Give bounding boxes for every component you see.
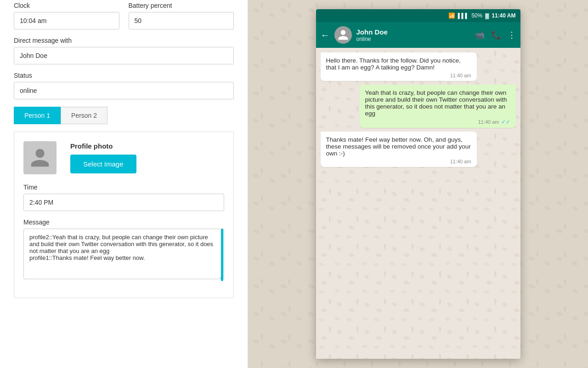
chat-header: ← John Doe online 📹 📞 ⋮	[316, 22, 520, 48]
clock-input[interactable]	[14, 12, 119, 29]
message-wrapper: profile2::Yeah that is crazy, but people…	[23, 229, 224, 281]
msg-time-2: 11:40 am	[478, 119, 499, 125]
status-input[interactable]	[14, 82, 234, 99]
profile-photo-label: Profile photo	[70, 142, 113, 150]
select-image-button[interactable]: Select Image	[70, 155, 136, 173]
person-tabs: Person 1 Person 2	[14, 107, 234, 124]
clock-label: Clock	[14, 2, 119, 9]
msg-bubble-sent-2: Yeah that is crazy, but people can chang…	[360, 85, 516, 128]
wifi-icon: 📶	[448, 12, 455, 19]
back-button[interactable]: ←	[321, 30, 330, 40]
chat-messages: Hello there. Thanks for the follow. Did …	[316, 48, 520, 359]
contact-status: online	[356, 36, 470, 42]
msg-text-3: Thanks mate! Feel way better now. Oh, an…	[326, 136, 471, 157]
msg-bubble-received-1: Hello there. Thanks for the follow. Did …	[321, 52, 477, 81]
direct-message-input[interactable]	[14, 47, 234, 64]
voice-call-icon[interactable]: 📞	[491, 30, 501, 40]
msg-meta-1: 11:40 am	[326, 73, 471, 78]
time-group: Time	[23, 184, 224, 211]
status-time: 11:40 AM	[492, 12, 515, 19]
battery-icon: ▓	[485, 13, 489, 18]
tab-person2[interactable]: Person 2	[61, 107, 107, 124]
message-2: Yeah that is crazy, but people can chang…	[360, 85, 516, 128]
msg-meta-3: 11:40 am	[326, 159, 471, 164]
time-label: Time	[23, 184, 224, 191]
contact-name: John Doe	[356, 28, 470, 36]
message-label: Message	[23, 218, 224, 226]
avatar	[23, 141, 57, 174]
right-panel: 📶 ▌▌▌ 50% ▓ 11:40 AM ← John Doe online 📹…	[248, 0, 588, 368]
left-panel: Clock Battery percent Direct message wit…	[0, 0, 248, 368]
msg-text-1: Hello there. Thanks for the follow. Did …	[326, 57, 461, 71]
contact-avatar-icon	[337, 29, 349, 41]
battery-input[interactable]	[129, 12, 234, 29]
message-3: Thanks mate! Feel way better now. Oh, an…	[321, 132, 477, 167]
msg-time-3: 11:40 am	[450, 159, 471, 164]
contact-avatar	[334, 26, 352, 44]
message-1: Hello there. Thanks for the follow. Did …	[321, 52, 477, 81]
profile-photo-section: Profile photo Select Image	[23, 141, 224, 174]
signal-icon: ▌▌▌	[458, 13, 469, 18]
msg-time-1: 11:40 am	[450, 73, 471, 78]
msg-bubble-received-3: Thanks mate! Feel way better now. Oh, an…	[321, 132, 477, 167]
status-bar: 📶 ▌▌▌ 50% ▓ 11:40 AM	[316, 9, 520, 22]
status-label: Status	[14, 72, 234, 79]
battery-label: Battery percent	[129, 2, 234, 9]
msg-ticks-2: ✓✓	[501, 119, 510, 125]
msg-meta-2: 11:40 am ✓✓	[365, 119, 510, 125]
profile-photo-right: Profile photo Select Image	[70, 142, 136, 173]
direct-message-label: Direct message with	[14, 37, 234, 44]
user-icon	[29, 147, 51, 169]
time-input[interactable]	[23, 194, 224, 211]
message-textarea[interactable]: profile2::Yeah that is crazy, but people…	[23, 229, 224, 279]
message-group: Message profile2::Yeah that is crazy, bu…	[23, 218, 224, 281]
tab-person1[interactable]: Person 1	[14, 107, 61, 124]
contact-info: John Doe online	[356, 28, 470, 42]
person1-panel: Profile photo Select Image Time Message …	[14, 132, 234, 298]
scrollbar[interactable]	[221, 229, 223, 281]
msg-text-2: Yeah that is crazy, but people can chang…	[365, 89, 507, 117]
more-options-icon[interactable]: ⋮	[508, 30, 516, 40]
header-actions: 📹 📞 ⋮	[475, 30, 516, 40]
phone-mockup: 📶 ▌▌▌ 50% ▓ 11:40 AM ← John Doe online 📹…	[316, 9, 520, 359]
battery-percent: 50%	[471, 12, 482, 19]
video-call-icon[interactable]: 📹	[475, 30, 485, 40]
